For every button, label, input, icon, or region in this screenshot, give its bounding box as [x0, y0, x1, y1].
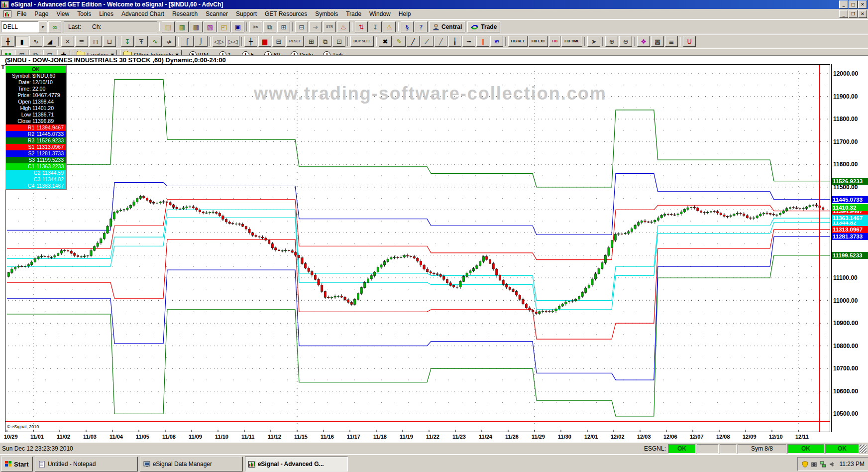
- menu-advanced-chart[interactable]: Advanced Chart: [117, 9, 168, 18]
- point-figure-button[interactable]: ✕: [61, 36, 74, 47]
- new-page-button[interactable]: ▤: [162, 21, 175, 32]
- paste-button[interactable]: ⊞: [277, 21, 290, 32]
- step-back-button[interactable]: ◁▷: [213, 36, 225, 47]
- date-axis[interactable]: 10/2911/0111/0211/0311/0411/0511/0811/09…: [5, 433, 831, 442]
- link-charts-button[interactable]: ∞: [48, 21, 61, 32]
- network-icon[interactable]: [820, 461, 826, 468]
- underline-u-button[interactable]: U: [683, 36, 696, 47]
- parallel-lines-button[interactable]: ∥: [476, 36, 489, 47]
- menu-file[interactable]: File: [13, 9, 30, 18]
- chart-menu-icon[interactable]: [2, 10, 13, 17]
- resize-grip[interactable]: [860, 445, 867, 453]
- child-minimize-button[interactable]: _: [839, 10, 848, 18]
- window-properties-button[interactable]: ⊡: [332, 36, 345, 47]
- tile-rows-button[interactable]: ⊟: [272, 36, 285, 47]
- horizontal-line-button[interactable]: ╼: [462, 36, 475, 47]
- taskbar-button-esignal-data-manager[interactable]: eSignal Data Manager: [140, 457, 243, 472]
- profile-button[interactable]: ≡: [75, 36, 88, 47]
- line-chart-type-button[interactable]: ∿: [29, 36, 42, 47]
- menu-lines[interactable]: Lines: [95, 9, 117, 18]
- menu-window[interactable]: Window: [365, 9, 395, 18]
- step-forward-button[interactable]: ▷◁: [226, 36, 239, 47]
- data-window-header[interactable]: OK: [6, 66, 66, 73]
- go-button[interactable]: ➔: [309, 21, 322, 32]
- open-page-button[interactable]: ◰: [217, 21, 230, 32]
- zoom-out-button[interactable]: ⊖: [619, 36, 632, 47]
- channel-lines-button[interactable]: ≋: [490, 36, 503, 47]
- chart-pointer-button[interactable]: ➤: [587, 36, 600, 47]
- area-chart-type-button[interactable]: ◢: [43, 36, 56, 47]
- shield-icon[interactable]: [802, 461, 808, 468]
- child-restore-button[interactable]: ❐: [849, 10, 858, 18]
- menu-support[interactable]: Support: [232, 9, 261, 18]
- central-button[interactable]: Central: [429, 21, 465, 32]
- regression-trend-button[interactable]: ⌡: [195, 36, 208, 47]
- zoom-in-button[interactable]: ⊕: [605, 36, 618, 47]
- menu-tools[interactable]: Tools: [73, 9, 95, 18]
- alert-bell-button[interactable]: ⚠: [383, 21, 396, 32]
- vertical-line-button[interactable]: ╽: [448, 36, 461, 47]
- trendline-button[interactable]: ╱: [407, 36, 420, 47]
- symbol-search-button[interactable]: §: [401, 21, 414, 32]
- pencil-draw-button[interactable]: ✎: [393, 36, 406, 47]
- delete-drawing-button[interactable]: ✖: [379, 36, 392, 47]
- minimize-button[interactable]: _: [839, 0, 848, 8]
- tray-clock[interactable]: 11:23 PM: [840, 461, 865, 468]
- price-axis[interactable]: 12000.0011900.0011800.0011700.0011600.00…: [831, 64, 868, 432]
- notes-button[interactable]: ≣: [665, 36, 678, 47]
- eraser-button[interactable]: ❖: [637, 36, 650, 47]
- expert-analysis-button[interactable]: ≉: [163, 36, 176, 47]
- taskbar-button-untitled-notepad[interactable]: Untitled - Notepad: [35, 457, 138, 472]
- buy-sell-button[interactable]: BUY SELL: [350, 36, 374, 47]
- speaker-icon[interactable]: [829, 461, 835, 468]
- menu-research[interactable]: Research: [168, 9, 202, 18]
- price-chart-canvas[interactable]: [5, 64, 830, 432]
- new-chart-window-button[interactable]: ▥: [176, 21, 189, 32]
- candlestick-chart-type-button[interactable]: ▮: [15, 36, 28, 47]
- elliott-trigger-button[interactable]: Ŧ: [135, 36, 148, 47]
- copy-button[interactable]: ⧉: [263, 21, 276, 32]
- pitchfork-button[interactable]: ⌠: [181, 36, 194, 47]
- fib-retracement-button[interactable]: FIB RET: [508, 36, 528, 47]
- color-bars-button[interactable]: ▆: [258, 36, 271, 47]
- bar-chart-type-button[interactable]: ╫: [1, 36, 14, 47]
- data-window[interactable]: OK Symbol:$INDU,60Date:12/10/10Time:22:0…: [5, 65, 67, 190]
- start-button[interactable]: Start: [1, 457, 33, 472]
- expert-trend-locator-button[interactable]: ↧: [121, 36, 134, 47]
- symbol-combo[interactable]: DELL ▼: [1, 21, 48, 32]
- menu-symbols[interactable]: Symbols: [311, 9, 342, 18]
- fib-circle-button[interactable]: FIB: [549, 36, 560, 47]
- context-help-button[interactable]: ?: [415, 21, 428, 32]
- expand-window-button[interactable]: ⊞: [305, 36, 318, 47]
- ticker-window-button[interactable]: ▧: [204, 21, 217, 32]
- strategy-button[interactable]: STR: [323, 21, 336, 32]
- download-data-button[interactable]: ↧: [369, 21, 382, 32]
- save-page-button[interactable]: ▣: [231, 21, 244, 32]
- trendline-segment-button[interactable]: ╱: [434, 36, 447, 47]
- quote-window-button[interactable]: ▦: [190, 21, 203, 32]
- print-button[interactable]: ⊟: [295, 21, 308, 32]
- close-button[interactable]: ✕: [858, 0, 867, 8]
- step-up-button[interactable]: ⊓: [89, 36, 102, 47]
- up-down-ticks-button[interactable]: ⇅: [355, 21, 368, 32]
- camera-icon[interactable]: [811, 461, 817, 468]
- menu-page[interactable]: Page: [30, 9, 52, 18]
- chevron-down-icon[interactable]: ▼: [38, 21, 47, 32]
- trade-button[interactable]: Trade: [467, 21, 500, 32]
- crosshair-button[interactable]: ┼: [244, 36, 257, 47]
- copy-window-button[interactable]: ⧉: [319, 36, 331, 47]
- menu-trade[interactable]: Trade: [342, 9, 365, 18]
- menu-help[interactable]: Help: [395, 9, 415, 18]
- step-down-button[interactable]: ⊔: [103, 36, 116, 47]
- menu-view[interactable]: View: [52, 9, 73, 18]
- menu-get-resources[interactable]: GET Resources: [261, 9, 311, 18]
- maximize-button[interactable]: □: [849, 0, 858, 8]
- fib-time-button[interactable]: FIB TIME: [561, 36, 582, 47]
- child-close-button[interactable]: ✕: [858, 10, 867, 18]
- mosaic-button[interactable]: ▩: [651, 36, 664, 47]
- cut-button[interactable]: ✂: [249, 21, 262, 32]
- hot-list-button[interactable]: ♨: [337, 21, 350, 32]
- elliott-wave-button[interactable]: ∿: [149, 36, 162, 47]
- reset-button[interactable]: RESET: [286, 36, 304, 47]
- taskbar-button-esignal-advanced-g-[interactable]: eSignal - Advanced G...: [245, 457, 348, 472]
